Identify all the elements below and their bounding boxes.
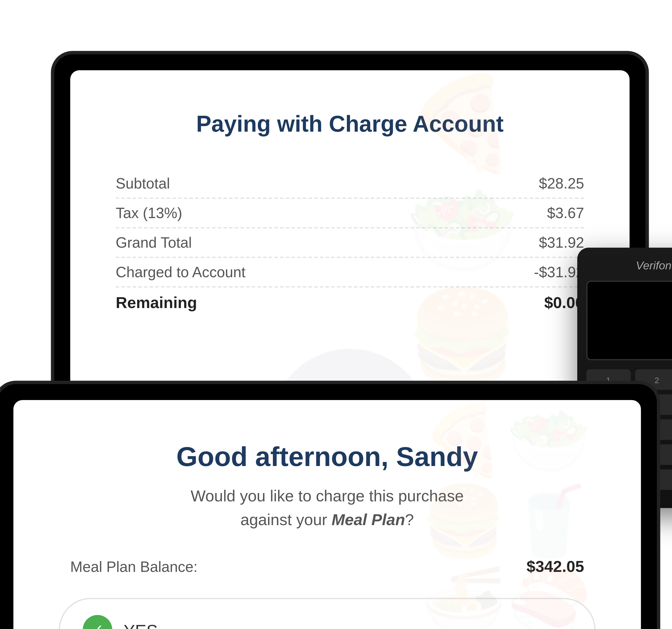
yes-button[interactable]: ✓ YES: [59, 598, 596, 629]
balance-amount: $342.05: [527, 557, 584, 575]
card-reader-brand-label: Verifone: [586, 259, 672, 272]
paying-title: Paying with Charge Account: [116, 111, 584, 138]
yes-checkmark-icon: ✓: [83, 615, 113, 629]
charged-label: Charged to Account: [116, 263, 245, 281]
tax-value: $3.67: [547, 205, 584, 222]
remaining-label: Remaining: [116, 293, 197, 311]
charge-question-text: Would you like to charge this purchase a…: [59, 484, 596, 532]
right-monitor: 🍕🥗🍔🥤🍜🍣🥪🥐 Good afternoon, Sandy Would you…: [0, 384, 657, 629]
remaining-row: Remaining $0.00: [116, 287, 584, 317]
grand-total-row: Grand Total $31.92: [116, 229, 584, 258]
subtotal-row: Subtotal $28.25: [116, 169, 584, 199]
yes-label: YES: [124, 620, 158, 629]
grand-total-label: Grand Total: [116, 234, 192, 251]
card-reader-screen: [586, 281, 672, 360]
balance-label: Meal Plan Balance:: [70, 558, 197, 575]
right-screen-content: 🍕🥗🍔🥤🍜🍣🥪🥐 Good afternoon, Sandy Would you…: [14, 400, 641, 629]
subtotal-value: $28.25: [539, 175, 584, 192]
right-monitor-bezel: 🍕🥗🍔🥤🍜🍣🥪🥐 Good afternoon, Sandy Would you…: [0, 384, 657, 629]
meal-plan-balance-row: Meal Plan Balance: $342.05: [59, 557, 596, 575]
charged-value: -$31.92: [534, 263, 584, 281]
greeting-text: Good afternoon, Sandy: [59, 441, 596, 473]
tax-row: Tax (13%) $3.67: [116, 199, 584, 229]
subtotal-label: Subtotal: [116, 175, 170, 192]
charged-row: Charged to Account -$31.92: [116, 258, 584, 287]
tax-label: Tax (13%): [116, 205, 182, 222]
